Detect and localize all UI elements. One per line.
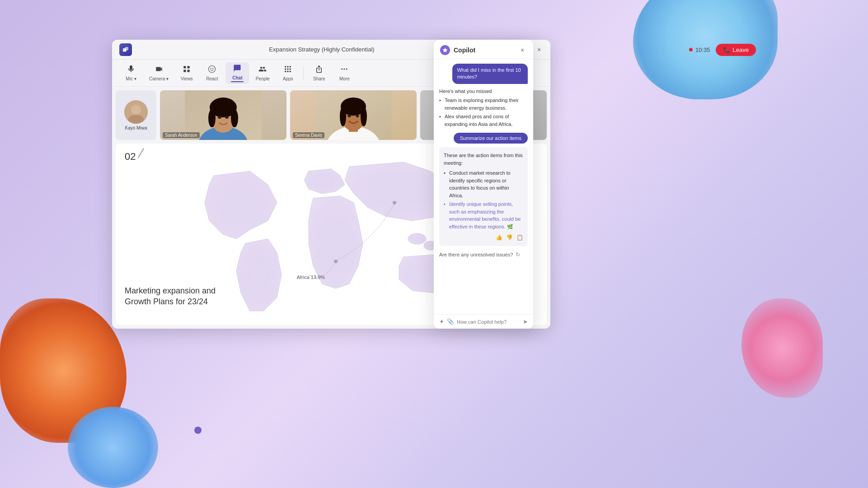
chat-label: Chat — [232, 75, 242, 80]
recording-dot — [689, 48, 693, 51]
svg-point-29 — [208, 109, 216, 127]
bg-blob-orange — [0, 298, 127, 443]
bg-blob-light-blue — [68, 407, 158, 488]
mic-icon — [127, 65, 135, 75]
svg-rect-13 — [287, 68, 289, 70]
svg-point-41 — [356, 115, 359, 117]
toolbar-chat[interactable]: Chat — [225, 62, 249, 84]
toolbar-separator — [303, 67, 304, 79]
copilot-suggestion: Are there any unresolved issues? ↻ — [439, 250, 528, 260]
missed-bullet-2: Alex shared pros and cons of expanding i… — [439, 113, 528, 128]
copilot-body: What did I miss in the first 10 minutes?… — [434, 59, 533, 314]
copilot-input-left-icons: ✦ 📎 — [439, 318, 454, 325]
svg-rect-3 — [188, 66, 190, 68]
action-bullet-1: Conduct market research to identify spec… — [444, 169, 523, 199]
thumbs-up-icon[interactable]: 👍 — [496, 233, 502, 242]
copilot-title-row: Copilot — [440, 45, 475, 55]
window-title: Expansion Strategy (Highly Confidential) — [269, 46, 374, 53]
leave-button[interactable]: 📞 Leave — [716, 44, 756, 56]
copilot-title: Copilot — [454, 46, 475, 54]
svg-point-18 — [342, 68, 343, 70]
toolbar-views[interactable]: Views — [175, 62, 198, 84]
toolbar-mic[interactable]: Mic ▾ — [119, 62, 143, 84]
toolbar-react[interactable]: React — [200, 62, 224, 84]
svg-point-30 — [231, 109, 238, 127]
leave-label: Leave — [733, 46, 749, 53]
copilot-panel: Copilot × What did I miss in the first 1… — [434, 40, 533, 329]
missed-bullet-1: Team is exploring expanding their renewa… — [439, 97, 528, 112]
participant-kayo: Kayo Miwa — [116, 90, 156, 140]
svg-rect-10 — [287, 66, 289, 67]
toolbar-apps[interactable]: Apps — [276, 62, 300, 84]
sarah-name-overlay: Sarah Anderson — [163, 132, 200, 138]
kayo-avatar — [124, 100, 148, 124]
refresh-icon[interactable]: ↻ — [516, 251, 520, 258]
copilot-icon — [440, 45, 450, 55]
toolbar-share[interactable]: Share — [307, 62, 331, 84]
copilot-footer: ✦ 📎 ➤ — [434, 314, 533, 329]
share-icon — [315, 65, 323, 75]
copilot-close-icon: × — [521, 46, 524, 54]
people-icon — [258, 65, 267, 75]
thumbs-down-icon[interactable]: 👎 — [506, 233, 513, 242]
attach-icon[interactable]: 📎 — [447, 318, 454, 325]
svg-rect-12 — [285, 68, 286, 70]
svg-point-49 — [393, 201, 396, 204]
svg-rect-2 — [184, 66, 186, 68]
toolbar-camera[interactable]: Camera ▾ — [145, 62, 173, 84]
svg-rect-11 — [290, 66, 291, 67]
copilot-close-button[interactable]: × — [518, 46, 527, 55]
svg-point-47 — [408, 233, 426, 244]
bg-dot — [194, 427, 202, 434]
share-label: Share — [313, 76, 325, 81]
serena-name-overlay: Serena Davis — [293, 132, 324, 138]
apps-label: Apps — [283, 76, 293, 81]
react-label: React — [206, 76, 218, 81]
mic-label: Mic ▾ — [126, 76, 136, 81]
toolbar-more[interactable]: More — [333, 62, 356, 84]
svg-rect-5 — [188, 70, 190, 72]
copy-icon[interactable]: 📋 — [516, 233, 523, 242]
svg-rect-4 — [184, 70, 186, 72]
leave-icon: 📞 — [723, 46, 730, 53]
views-label: Views — [181, 76, 193, 81]
svg-point-19 — [344, 68, 345, 70]
chat-icon — [233, 64, 241, 74]
svg-rect-15 — [285, 70, 286, 72]
svg-point-31 — [218, 116, 221, 119]
meeting-time: 10:35 — [695, 46, 710, 53]
svg-point-39 — [361, 107, 367, 126]
more-icon — [340, 65, 348, 75]
title-bar-left — [119, 43, 132, 56]
summarize-action-button[interactable]: Summarize our action items — [454, 133, 528, 144]
close-button[interactable]: × — [535, 46, 543, 54]
svg-point-8 — [212, 68, 213, 69]
action-response-intro: These are the action items from this mee… — [444, 152, 523, 167]
send-icon[interactable]: ➤ — [523, 318, 528, 325]
copilot-user-question: What did I miss in the first 10 minutes? — [452, 64, 528, 84]
copilot-response-intro: Here's what you missed — [439, 88, 528, 95]
camera-icon — [155, 65, 163, 75]
copilot-input-area: ✦ 📎 ➤ — [439, 318, 528, 325]
sparkle-icon[interactable]: ✦ — [439, 318, 444, 325]
copilot-input-field[interactable] — [457, 319, 520, 325]
svg-point-50 — [334, 260, 338, 263]
chat-active-indicator — [231, 81, 244, 82]
svg-rect-14 — [290, 68, 291, 70]
people-label: People — [256, 76, 270, 81]
svg-point-40 — [348, 115, 351, 117]
copilot-action-response: These are the action items from this mee… — [439, 147, 528, 246]
toolbar-people[interactable]: People — [251, 62, 274, 84]
kayo-name: Kayo Miwa — [125, 125, 147, 130]
teams-logo — [119, 43, 132, 56]
map-label-africa: Africa 13.9% — [297, 274, 325, 280]
svg-point-32 — [225, 116, 229, 119]
apps-icon — [284, 65, 292, 75]
bg-blob-pink — [741, 298, 823, 398]
svg-point-38 — [340, 107, 346, 126]
svg-point-20 — [346, 68, 347, 70]
svg-point-6 — [209, 65, 216, 72]
svg-rect-16 — [287, 70, 289, 72]
more-label: More — [339, 76, 350, 81]
slide-title: Marketing expansion and Growth Plans for… — [125, 286, 224, 307]
